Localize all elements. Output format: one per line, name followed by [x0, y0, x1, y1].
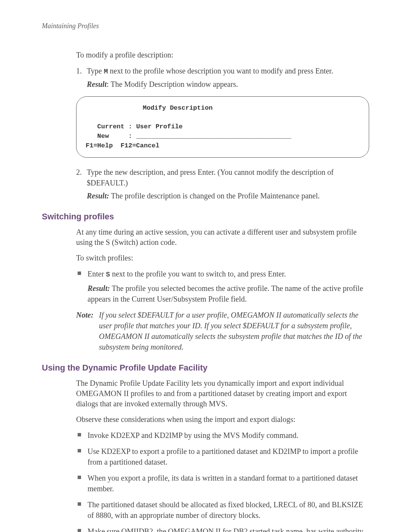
step-2-text: Type the new description, and press Ente…: [87, 168, 334, 187]
step-list-2: 2. Type the new description, and press E…: [76, 167, 369, 201]
step-1-pre: Type: [87, 67, 104, 75]
panel-new: New : __________________________________…: [97, 133, 292, 140]
panel-keys: F1=Help F12=Cancel: [86, 141, 360, 151]
note-label: Note:: [76, 310, 99, 352]
dynamic-p1: The Dynamic Profile Update Facility lets…: [76, 378, 369, 409]
intro-block: To modify a profile description: 1. Type…: [76, 50, 369, 89]
result-text-1: : The Modify Description window appears.: [107, 80, 238, 88]
step-1: 1. Type M next to the profile whose desc…: [76, 66, 369, 89]
panel-title: Modify Description: [86, 104, 360, 113]
step-1-marker: 1.: [76, 66, 82, 76]
switching-bullet-1: Enter S next to the profile you want to …: [76, 268, 369, 304]
step-1-post: next to the profile whose description yo…: [108, 67, 333, 75]
dynamic-bullet-3: The partitioned dataset should be alloca…: [76, 499, 369, 521]
switching-note: Note: If you select $DEFAULT for a user …: [76, 310, 369, 352]
running-head: Maintaining Profiles: [42, 22, 369, 30]
step2-block: 2. Type the new description, and press E…: [76, 167, 369, 201]
modify-description-panel: Modify Description Current : User Profil…: [76, 96, 369, 158]
dynamic-bullets: Invoke KD2EXP and KD2IMP by using the MV…: [76, 430, 369, 532]
intro-para: To modify a profile description:: [76, 50, 369, 60]
step-2-result: Result: The profile description is chang…: [87, 190, 369, 201]
step-1-code: M: [104, 68, 108, 75]
switch-bullet-code: S: [106, 271, 110, 278]
dynamic-p2: Observe these considerations when using …: [76, 414, 369, 425]
step-list-1: 1. Type M next to the profile whose desc…: [76, 66, 369, 89]
result-label-1: Result: [87, 80, 107, 88]
heading-dynamic: Using the Dynamic Profile Update Facilit…: [42, 363, 369, 373]
dynamic-bullet-2: When you export a profile, its data is w…: [76, 473, 369, 494]
result-text-2: The profile description is changed on th…: [109, 192, 320, 200]
page: Maintaining Profiles To modify a profile…: [0, 0, 411, 532]
panel-wrap: Modify Description Current : User Profil…: [76, 96, 369, 158]
switch-result: Result: The profile you selected becomes…: [88, 283, 369, 304]
switching-block: At any time during an active session, yo…: [76, 227, 369, 352]
dynamic-bullet-4: Make sure OMIIDB2, the OMEGAMON II for D…: [76, 526, 369, 532]
switch-result-label: Result:: [88, 284, 110, 292]
switching-p1: At any time during an active session, yo…: [76, 227, 369, 248]
dynamic-bullet-0: Invoke KD2EXP and KD2IMP by using the MV…: [76, 430, 369, 441]
step-1-result: Result: The Modify Description window ap…: [87, 79, 369, 89]
note-body: If you select $DEFAULT for a user profil…: [99, 310, 369, 352]
step-2-marker: 2.: [76, 167, 82, 177]
switch-bullet-post: next to the profile you want to switch t…: [110, 270, 286, 278]
result-label-2: Result:: [87, 192, 109, 200]
step-2: 2. Type the new description, and press E…: [76, 167, 369, 201]
dynamic-bullet-1: Use KD2EXP to export a profile to a part…: [76, 446, 369, 467]
switching-bullets: Enter S next to the profile you want to …: [76, 268, 369, 304]
dynamic-block: The Dynamic Profile Update Facility lets…: [76, 378, 369, 532]
switch-bullet-pre: Enter: [88, 270, 106, 278]
switching-p2: To switch profiles:: [76, 253, 369, 263]
panel-current: Current : User Profile: [97, 123, 183, 130]
switch-result-text: The profile you selected becomes the act…: [88, 284, 363, 303]
heading-switching: Switching profiles: [42, 212, 369, 222]
